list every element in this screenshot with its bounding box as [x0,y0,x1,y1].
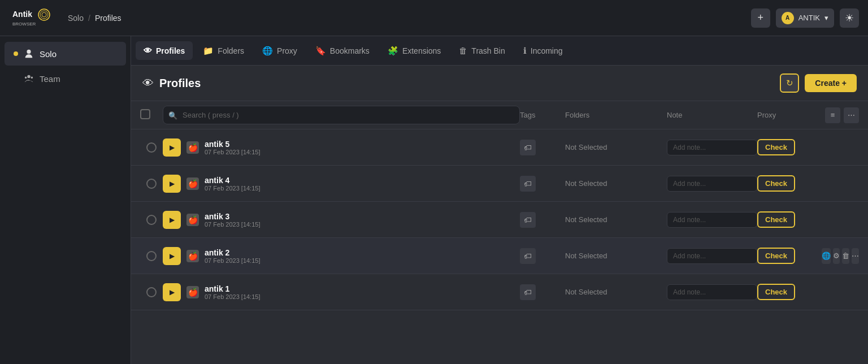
bookmarks-tab-icon: 🔖 [315,46,326,56]
select-all-checkbox[interactable] [140,109,150,119]
proxy-col-5: Check [757,139,825,155]
search-input[interactable] [163,106,520,124]
profile-name-1: antik 1 [205,284,260,293]
profile-info-2: ▶ 🍎 antik 2 07 Feb 2023 [14:15] [163,247,520,265]
tags-col-5: 🏷 [520,140,565,155]
theme-toggle-button[interactable]: ☀ [840,8,859,28]
play-button-1[interactable]: ▶ [163,283,181,301]
sidebar-item-solo[interactable]: Solo [5,42,126,66]
note-input-4[interactable] [667,176,757,192]
sidebar-item-team[interactable]: Team [5,67,126,90]
tag-button-1[interactable]: 🏷 [520,284,536,300]
row-checkbox-5[interactable] [146,142,157,153]
row-actions-2: 🌐 ⚙ 🗑 ⋯ [825,248,859,264]
tab-proxy[interactable]: 🌐 Proxy [254,41,305,60]
empty-dot [14,76,18,81]
os-icon-2: 🍎 [186,250,199,262]
table-row: ▶ 🍎 antik 2 07 Feb 2023 [14:15] 🏷 Not Se… [131,238,868,274]
check-button-5[interactable]: Check [757,139,795,155]
check-button-3[interactable]: Check [757,211,795,228]
row-checkbox-2[interactable] [146,251,157,261]
row-checkbox-1[interactable] [146,287,157,297]
tab-profiles[interactable]: 👁 Profiles [136,41,193,60]
settings-action-button[interactable]: ⚙ [833,248,840,264]
row-check-1 [140,287,163,297]
tags-col-4: 🏷 [520,176,565,192]
profiles-tab-icon: 👁 [144,46,152,55]
add-button[interactable]: + [751,8,770,28]
tags-col-1: 🏷 [520,284,565,300]
note-input-2[interactable] [667,248,757,264]
tabbar: 👁 Profiles 📁 Folders 🌐 Proxy 🔖 Bookmarks… [131,36,868,66]
breadcrumb-parent[interactable]: Solo [68,14,84,23]
create-button[interactable]: Create + [805,74,857,92]
more-action-button[interactable]: ⋯ [852,248,859,264]
note-input-3[interactable] [667,212,757,228]
note-input-5[interactable] [667,140,757,155]
tag-button-2[interactable]: 🏷 [520,248,536,264]
proxy-col-2: Check [757,248,825,264]
check-button-1[interactable]: Check [757,284,795,300]
tab-proxy-label: Proxy [277,46,297,55]
row-check-3 [140,215,163,225]
globe-action-button[interactable]: 🌐 [822,248,831,264]
user-icon [24,49,34,59]
note-col-2 [667,248,757,264]
os-icon-1: 🍎 [186,286,199,298]
tab-extensions[interactable]: 🧩 Extensions [380,41,449,60]
table-row: ▶ 🍎 antik 5 07 Feb 2023 [14:15] 🏷 Not Se… [131,129,868,166]
row-check-4 [140,179,163,189]
select-all-col [140,109,163,121]
profile-date-3: 07 Feb 2023 [14:15] [205,221,260,228]
search-wrap: 🔍 [163,106,520,124]
play-button-4[interactable]: ▶ [163,175,181,193]
note-col-header: Note [667,111,757,119]
tags-col-2: 🏷 [520,248,565,264]
breadcrumb: Solo / Profiles [68,14,121,23]
delete-action-button[interactable]: 🗑 [842,248,849,264]
main-layout: Solo Team 👁 Profiles 📁 Folders 🌐 Proxy [0,36,868,364]
folders-col-header: Folders [565,111,667,119]
profiles-title-icon: 👁 [142,77,154,90]
row-checkbox-4[interactable] [146,179,157,189]
tab-trash-label: Trash Bin [471,46,505,55]
topbar: Antik BROWSER Solo / Profiles + A ANTIK … [0,0,868,36]
table-row: ▶ 🍎 antik 3 07 Feb 2023 [14:15] 🏷 Not Se… [131,202,868,238]
note-col-4 [667,176,757,192]
table-header-actions: ≡ ⋯ [825,107,859,123]
tab-folders[interactable]: 📁 Folders [195,41,252,60]
breadcrumb-separator: / [88,14,90,23]
chevron-down-icon: ▾ [824,14,828,22]
note-input-1[interactable] [667,284,757,300]
tag-button-3[interactable]: 🏷 [520,212,536,228]
os-icon-4: 🍎 [186,177,199,190]
filter-button[interactable]: ≡ [825,107,840,123]
tag-button-5[interactable]: 🏷 [520,140,536,155]
profile-info-3: ▶ 🍎 antik 3 07 Feb 2023 [14:15] [163,211,520,229]
play-button-2[interactable]: ▶ [163,247,181,265]
tab-incoming[interactable]: ℹ Incoming [515,41,571,60]
refresh-button[interactable]: ↻ [780,73,799,93]
row-check-5 [140,142,163,153]
play-button-3[interactable]: ▶ [163,211,181,229]
profile-name-3: antik 3 [205,212,260,221]
row-checkbox-3[interactable] [146,215,157,225]
profiles-table: 🔍 Tags Folders Note Proxy ≡ ⋯ [131,101,868,364]
check-button-2[interactable]: Check [757,248,795,264]
profile-date-1: 07 Feb 2023 [14:15] [205,293,260,300]
tab-bookmarks[interactable]: 🔖 Bookmarks [307,41,377,60]
more-header-button[interactable]: ⋯ [844,107,859,123]
user-name: ANTIK [798,14,820,22]
user-menu-button[interactable]: A ANTIK ▾ [776,8,834,28]
play-button-5[interactable]: ▶ [163,138,181,157]
folder-col-5: Not Selected [565,143,667,151]
tab-extensions-label: Extensions [402,46,441,55]
folder-col-1: Not Selected [565,288,667,296]
tag-button-4[interactable]: 🏷 [520,176,536,192]
tab-profiles-label: Profiles [156,46,185,55]
incoming-tab-icon: ℹ [523,46,527,56]
tab-trash[interactable]: 🗑 Trash Bin [451,41,513,60]
proxy-col-4: Check [757,175,825,192]
proxy-col-header: Proxy [757,111,825,119]
check-button-4[interactable]: Check [757,175,795,192]
